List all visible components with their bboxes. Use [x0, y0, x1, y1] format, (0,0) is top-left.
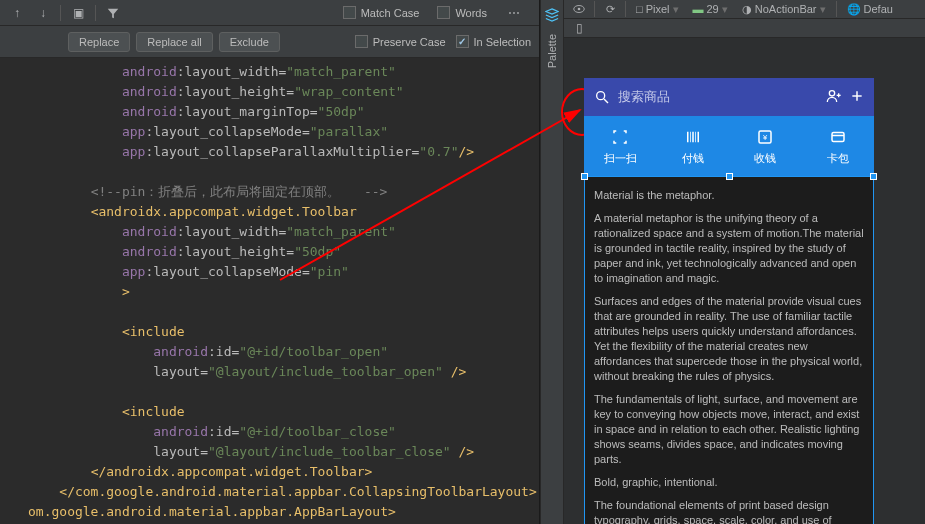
code-line: app:layout_collapseParallaxMultiplier="0…	[0, 142, 539, 162]
cards-icon	[828, 127, 848, 147]
action-receive-label: 收钱	[754, 151, 776, 166]
separator	[594, 1, 595, 17]
receive-icon: ¥	[755, 127, 775, 147]
separator	[625, 1, 626, 17]
preserve-case-label: Preserve Case	[373, 36, 446, 48]
match-case-label: Match Case	[361, 7, 420, 19]
separator	[836, 1, 837, 17]
theme-dropdown[interactable]: ◑ NoActionBar ▾	[738, 3, 830, 16]
content-text: Material is the metaphor. A material met…	[584, 176, 874, 524]
action-cards-label: 卡包	[827, 151, 849, 166]
code-line: android:layout_height="50dp"	[0, 242, 539, 262]
user-icon[interactable]	[826, 88, 842, 107]
plus-icon[interactable]	[850, 89, 864, 106]
code-line: </com.google.android.material.appbar.Col…	[0, 482, 539, 502]
locale-dropdown[interactable]: 🌐 Defau	[843, 3, 897, 16]
find-toolbar-top: ↑ ↓ ▣ Match Case Words ⋯	[0, 0, 539, 26]
code-line: android:layout_width="match_parent"	[0, 222, 539, 242]
svg-rect-16	[832, 132, 844, 141]
code-line	[0, 382, 539, 402]
rotate-icon[interactable]: ⟳	[601, 0, 619, 18]
code-line: app:layout_collapseMode="pin"	[0, 262, 539, 282]
separator	[95, 5, 96, 21]
barcode-icon	[683, 127, 703, 147]
text-p6: The foundational elements of print based…	[594, 498, 864, 524]
chevron-down-icon: ▾	[820, 3, 826, 16]
svg-point-2	[597, 92, 605, 100]
chevron-down-icon: ▾	[722, 3, 728, 16]
arrow-up-icon[interactable]: ↑	[8, 4, 26, 22]
text-p3: Surfaces and edges of the material provi…	[594, 294, 864, 384]
action-receive[interactable]: ¥ 收钱	[729, 116, 802, 176]
exclude-button[interactable]: Exclude	[219, 32, 280, 52]
filter-icon[interactable]	[104, 4, 122, 22]
device-label: Pixel	[646, 3, 670, 15]
preserve-case-checkbox[interactable]: Preserve Case	[355, 35, 446, 48]
text-p4: The fundamentals of light, surface, and …	[594, 392, 864, 467]
api-dropdown[interactable]: ▬ 29 ▾	[689, 3, 732, 16]
palette-layers-icon[interactable]	[543, 6, 561, 24]
code-editor[interactable]: android:layout_width="match_parent" andr…	[0, 58, 539, 524]
words-checkbox[interactable]: Words	[437, 6, 487, 19]
more-icon[interactable]: ⋯	[505, 4, 523, 22]
code-line	[0, 162, 539, 182]
code-line	[0, 302, 539, 322]
code-line: android:layout_height="wrap_content"	[0, 82, 539, 102]
svg-rect-13	[697, 131, 699, 142]
svg-point-1	[578, 8, 581, 11]
in-selection-checkbox[interactable]: In Selection	[456, 35, 531, 48]
action-pay[interactable]: 付钱	[657, 116, 730, 176]
code-line: >	[0, 282, 539, 302]
preview-surface[interactable]: 搜索商品 扫一扫	[564, 38, 925, 524]
code-line: android:id="@+id/toolbar_close"	[0, 422, 539, 442]
code-line: om.google.android.material.appbar.AppBar…	[0, 502, 539, 522]
preview-container: ⟳ □ Pixel ▾ ▬ 29 ▾ ◑ NoActionBar ▾ 🌐 Def…	[564, 0, 925, 524]
device-dropdown[interactable]: □ Pixel ▾	[632, 3, 683, 16]
theme-label: NoActionBar	[755, 3, 817, 15]
code-line: layout="@layout/include_toolbar_open" />	[0, 362, 539, 382]
phone-preview: 搜索商品 扫一扫	[584, 78, 874, 524]
code-line: android:layout_width="match_parent"	[0, 62, 539, 82]
svg-text:¥: ¥	[763, 133, 768, 142]
locale-label: Defau	[864, 3, 893, 15]
replace-all-button[interactable]: Replace all	[136, 32, 212, 52]
svg-rect-11	[692, 131, 694, 142]
match-case-checkbox[interactable]: Match Case	[343, 6, 420, 19]
replace-button[interactable]: Replace	[68, 32, 130, 52]
phone-small-icon[interactable]: ▯	[570, 19, 588, 37]
eye-icon[interactable]	[570, 0, 588, 18]
code-line: <androidx.appcompat.widget.Toolbar	[0, 202, 539, 222]
preview-toolbar: ⟳ □ Pixel ▾ ▬ 29 ▾ ◑ NoActionBar ▾ 🌐 Def…	[564, 0, 925, 19]
code-line: <include	[0, 322, 539, 342]
in-selection-label: In Selection	[474, 36, 531, 48]
search-placeholder: 搜索商品	[618, 88, 826, 106]
quick-actions: 扫一扫 付钱 ¥ 收钱	[584, 116, 874, 176]
separator	[60, 5, 61, 21]
svg-rect-10	[690, 131, 691, 142]
palette-label[interactable]: Palette	[546, 34, 558, 68]
select-all-icon[interactable]: ▣	[69, 4, 87, 22]
code-line: <!--pin：折叠后，此布局将固定在顶部。 -->	[0, 182, 539, 202]
editor-pane: ↑ ↓ ▣ Match Case Words ⋯ Replace Replace…	[0, 0, 540, 524]
code-line: layout="@layout/include_toolbar_close" /…	[0, 442, 539, 462]
preview-sub-toolbar: ▯	[564, 19, 925, 38]
action-scan[interactable]: 扫一扫	[584, 116, 657, 176]
svg-rect-9	[687, 131, 689, 142]
chevron-down-icon: ▾	[673, 3, 679, 16]
text-p1: Material is the metaphor.	[594, 188, 864, 203]
preview-pane: Palette ⟳ □ Pixel ▾ ▬ 29 ▾ ◑ NoActionBar	[540, 0, 925, 524]
search-bar[interactable]: 搜索商品	[584, 78, 874, 116]
svg-line-3	[604, 99, 608, 103]
words-label: Words	[455, 7, 487, 19]
code-line: </androidx.appcompat.widget.Toolbar>	[0, 462, 539, 482]
svg-rect-12	[695, 131, 696, 142]
action-scan-label: 扫一扫	[604, 151, 637, 166]
arrow-down-icon[interactable]: ↓	[34, 4, 52, 22]
code-line: app:layout_collapseMode="parallax"	[0, 122, 539, 142]
text-p5: Bold, graphic, intentional.	[594, 475, 864, 490]
code-line: <include	[0, 402, 539, 422]
action-cards[interactable]: 卡包	[802, 116, 875, 176]
action-pay-label: 付钱	[682, 151, 704, 166]
scan-icon	[610, 127, 630, 147]
code-line: android:layout_marginTop="50dp"	[0, 102, 539, 122]
